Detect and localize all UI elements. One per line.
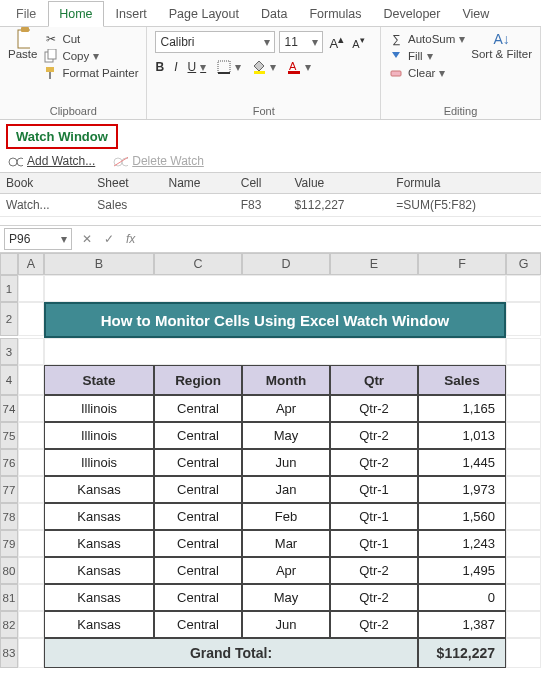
rowhead-2[interactable]: 2 bbox=[0, 302, 18, 336]
td-month[interactable]: May bbox=[242, 584, 330, 611]
italic-button[interactable]: I bbox=[174, 60, 177, 74]
td-region[interactable]: Central bbox=[154, 449, 242, 476]
cell[interactable] bbox=[506, 584, 541, 611]
delete-watch-button[interactable]: Delete Watch bbox=[113, 153, 204, 168]
td-region[interactable]: Central bbox=[154, 476, 242, 503]
cell[interactable] bbox=[18, 611, 44, 638]
td-qtr[interactable]: Qtr-2 bbox=[330, 449, 418, 476]
autosum-button[interactable]: ∑ AutoSum ▾ bbox=[389, 31, 465, 46]
cell[interactable] bbox=[18, 638, 44, 668]
cell[interactable] bbox=[18, 503, 44, 530]
cancel-icon[interactable]: ✕ bbox=[76, 232, 98, 246]
td-sales[interactable]: 1,243 bbox=[418, 530, 506, 557]
ww-col-cell[interactable]: Cell bbox=[235, 173, 289, 194]
fill-color-button[interactable]: ▾ bbox=[251, 59, 276, 74]
cell[interactable] bbox=[18, 338, 44, 365]
td-qtr[interactable]: Qtr-2 bbox=[330, 395, 418, 422]
td-state[interactable]: Kansas bbox=[44, 476, 154, 503]
rowhead-79[interactable]: 79 bbox=[0, 530, 18, 557]
cell[interactable] bbox=[18, 395, 44, 422]
td-month[interactable]: May bbox=[242, 422, 330, 449]
cell[interactable] bbox=[18, 449, 44, 476]
tab-page-layout[interactable]: Page Layout bbox=[159, 2, 249, 26]
name-box[interactable]: P96 ▾ bbox=[4, 228, 72, 250]
td-month[interactable]: Jan bbox=[242, 476, 330, 503]
cell[interactable] bbox=[506, 302, 541, 336]
cell[interactable] bbox=[506, 395, 541, 422]
sort-filter-button[interactable]: A↓ Sort & Filter bbox=[471, 31, 532, 61]
ww-row[interactable]: Watch... Sales F83 $112,227 =SUM(F5:F82) bbox=[0, 194, 541, 217]
rowhead-76[interactable]: 76 bbox=[0, 449, 18, 476]
td-sales[interactable]: 1,165 bbox=[418, 395, 506, 422]
bold-button[interactable]: B bbox=[155, 60, 164, 74]
cut-button[interactable]: ✂ Cut bbox=[43, 31, 138, 46]
copy-button[interactable]: Copy ▾ bbox=[43, 48, 138, 63]
add-watch-button[interactable]: Add Watch... bbox=[8, 153, 95, 168]
cell[interactable] bbox=[44, 275, 506, 302]
border-button[interactable]: ▾ bbox=[216, 59, 241, 74]
td-sales[interactable]: 0 bbox=[418, 584, 506, 611]
cell[interactable] bbox=[506, 338, 541, 365]
td-region[interactable]: Central bbox=[154, 422, 242, 449]
fx-icon[interactable]: fx bbox=[120, 232, 141, 246]
td-region[interactable]: Central bbox=[154, 395, 242, 422]
underline-button[interactable]: U ▾ bbox=[188, 60, 207, 74]
cell[interactable] bbox=[506, 557, 541, 584]
font-size-select[interactable]: 11▾ bbox=[279, 31, 323, 53]
ww-col-value[interactable]: Value bbox=[288, 173, 390, 194]
td-sales[interactable]: 1,973 bbox=[418, 476, 506, 503]
td-state[interactable]: Illinois bbox=[44, 395, 154, 422]
format-painter-button[interactable]: Format Painter bbox=[43, 65, 138, 80]
colhead-F[interactable]: F bbox=[418, 253, 506, 275]
ww-col-sheet[interactable]: Sheet bbox=[91, 173, 162, 194]
td-qtr[interactable]: Qtr-2 bbox=[330, 611, 418, 638]
td-state[interactable]: Kansas bbox=[44, 611, 154, 638]
td-qtr[interactable]: Qtr-2 bbox=[330, 557, 418, 584]
cell[interactable] bbox=[18, 584, 44, 611]
colhead-E[interactable]: E bbox=[330, 253, 418, 275]
td-state[interactable]: Kansas bbox=[44, 584, 154, 611]
tab-developer[interactable]: Developer bbox=[373, 2, 450, 26]
tab-view[interactable]: View bbox=[452, 2, 499, 26]
rowhead-4[interactable]: 4 bbox=[0, 365, 18, 395]
td-state[interactable]: Illinois bbox=[44, 449, 154, 476]
td-month[interactable]: Apr bbox=[242, 395, 330, 422]
fill-button[interactable]: Fill ▾ bbox=[389, 48, 465, 63]
td-month[interactable]: Mar bbox=[242, 530, 330, 557]
td-month[interactable]: Apr bbox=[242, 557, 330, 584]
decrease-font-button[interactable]: A▾ bbox=[350, 34, 366, 50]
td-state[interactable]: Illinois bbox=[44, 422, 154, 449]
increase-font-button[interactable]: A▴ bbox=[327, 33, 346, 51]
ww-col-book[interactable]: Book bbox=[0, 173, 91, 194]
rowhead-78[interactable]: 78 bbox=[0, 503, 18, 530]
colhead-B[interactable]: B bbox=[44, 253, 154, 275]
spreadsheet-grid[interactable]: A B C D E F G 1 2 How to Monitor Cells U… bbox=[0, 253, 541, 668]
rowhead-3[interactable]: 3 bbox=[0, 338, 18, 365]
td-qtr[interactable]: Qtr-1 bbox=[330, 503, 418, 530]
paste-button[interactable]: Paste bbox=[8, 31, 37, 60]
tab-insert[interactable]: Insert bbox=[106, 2, 157, 26]
cell[interactable] bbox=[18, 365, 44, 395]
td-region[interactable]: Central bbox=[154, 584, 242, 611]
colhead-G[interactable]: G bbox=[506, 253, 541, 275]
font-name-select[interactable]: Calibri▾ bbox=[155, 31, 275, 53]
cell[interactable] bbox=[506, 611, 541, 638]
cell[interactable] bbox=[506, 638, 541, 668]
cell[interactable] bbox=[44, 338, 506, 365]
td-qtr[interactable]: Qtr-2 bbox=[330, 422, 418, 449]
rowhead-80[interactable]: 80 bbox=[0, 557, 18, 584]
cell[interactable] bbox=[506, 503, 541, 530]
cell[interactable] bbox=[18, 275, 44, 302]
cell[interactable] bbox=[506, 476, 541, 503]
cell[interactable] bbox=[506, 530, 541, 557]
rowhead-81[interactable]: 81 bbox=[0, 584, 18, 611]
td-sales[interactable]: 1,445 bbox=[418, 449, 506, 476]
td-region[interactable]: Central bbox=[154, 530, 242, 557]
rowhead-77[interactable]: 77 bbox=[0, 476, 18, 503]
font-color-button[interactable]: A ▾ bbox=[286, 59, 311, 74]
td-state[interactable]: Kansas bbox=[44, 530, 154, 557]
cell[interactable] bbox=[18, 302, 44, 336]
cell[interactable] bbox=[506, 422, 541, 449]
cell[interactable] bbox=[18, 530, 44, 557]
rowhead-75[interactable]: 75 bbox=[0, 422, 18, 449]
